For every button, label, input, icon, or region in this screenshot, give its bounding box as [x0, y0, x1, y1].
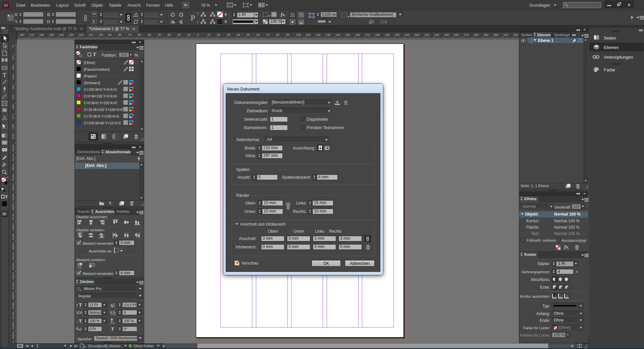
- svg-text:0: 0: [12, 326, 14, 330]
- svg-text:160: 160: [39, 33, 44, 37]
- svg-text:0: 0: [12, 97, 14, 100]
- svg-text:0: 0: [12, 178, 14, 181]
- svg-text:70: 70: [128, 33, 131, 37]
- svg-text:T: T: [110, 318, 113, 323]
- svg-text:90: 90: [108, 33, 112, 37]
- svg-text:260: 260: [454, 33, 459, 37]
- svg-text:120: 120: [79, 33, 84, 37]
- svg-text:0: 0: [12, 267, 14, 270]
- svg-text:0: 0: [12, 218, 14, 221]
- svg-text:110: 110: [89, 33, 93, 37]
- svg-text:170: 170: [365, 33, 370, 37]
- svg-text:40: 40: [237, 33, 240, 37]
- svg-text:0: 0: [12, 227, 14, 231]
- svg-text:70: 70: [266, 33, 270, 37]
- svg-text:T: T: [79, 302, 82, 308]
- svg-text:t: t: [76, 303, 78, 308]
- svg-text:10: 10: [207, 33, 211, 37]
- svg-text:0: 0: [12, 45, 14, 48]
- svg-text:220: 220: [415, 33, 419, 37]
- svg-text:120: 120: [316, 33, 320, 37]
- svg-text:0: 0: [12, 198, 14, 201]
- svg-text:T: T: [79, 318, 82, 324]
- svg-text:230: 230: [424, 33, 429, 37]
- svg-text:60: 60: [257, 33, 260, 37]
- svg-text:0: 0: [12, 188, 14, 191]
- svg-text:↕: ↕: [76, 320, 78, 324]
- svg-text:30: 30: [227, 33, 230, 37]
- svg-text:90: 90: [286, 33, 289, 37]
- svg-text:180: 180: [375, 33, 380, 37]
- svg-text:V: V: [76, 310, 79, 315]
- svg-text:0: 0: [12, 77, 14, 80]
- svg-text:140: 140: [59, 33, 64, 37]
- svg-text:0: 0: [12, 86, 14, 90]
- svg-text:240: 240: [434, 33, 439, 37]
- svg-text:80: 80: [118, 33, 121, 37]
- svg-text:20: 20: [177, 33, 181, 37]
- svg-text:0: 0: [12, 116, 14, 120]
- svg-text:300: 300: [494, 33, 498, 37]
- svg-text:310: 310: [503, 33, 508, 37]
- svg-text:100: 100: [99, 33, 103, 37]
- svg-text:0: 0: [12, 57, 14, 60]
- svg-text:0: 0: [12, 136, 14, 139]
- svg-text:0: 0: [12, 336, 14, 339]
- svg-text:250: 250: [444, 33, 449, 37]
- svg-text:T: T: [111, 327, 114, 332]
- svg-text:a: a: [79, 328, 80, 331]
- svg-text:A: A: [80, 310, 83, 315]
- svg-text:30: 30: [168, 33, 171, 37]
- svg-text:190: 190: [385, 33, 390, 37]
- svg-text:0: 0: [12, 158, 14, 162]
- svg-text:150: 150: [49, 33, 54, 37]
- svg-text:0: 0: [197, 33, 199, 37]
- svg-text:210: 210: [405, 33, 410, 37]
- svg-text:0: 0: [12, 306, 14, 310]
- svg-text:0: 0: [12, 106, 14, 110]
- svg-text:320: 320: [513, 33, 518, 37]
- svg-text:200: 200: [395, 33, 399, 37]
- svg-text:290: 290: [484, 33, 488, 37]
- svg-text:0: 0: [12, 67, 14, 70]
- svg-text:140: 140: [335, 33, 340, 37]
- svg-text:10: 10: [187, 33, 191, 37]
- svg-text:0: 0: [12, 126, 14, 129]
- svg-text:0: 0: [12, 247, 14, 250]
- svg-text:T: T: [3, 72, 6, 78]
- svg-text:0: 0: [12, 257, 14, 260]
- svg-text:50: 50: [247, 33, 250, 37]
- svg-text:170: 170: [29, 33, 34, 37]
- svg-text:0: 0: [12, 296, 14, 300]
- svg-text:A: A: [113, 310, 115, 315]
- svg-text:0: 0: [12, 237, 14, 241]
- svg-text:0: 0: [12, 168, 14, 171]
- svg-text:150: 150: [345, 33, 350, 37]
- svg-text:0: 0: [12, 149, 14, 152]
- svg-text:280: 280: [474, 33, 479, 37]
- svg-text:A: A: [76, 327, 79, 331]
- svg-text:60: 60: [138, 33, 141, 37]
- svg-text:0: 0: [12, 208, 14, 211]
- svg-text:V: V: [110, 310, 112, 315]
- svg-text:100: 100: [296, 33, 301, 37]
- svg-text:20: 20: [217, 33, 220, 37]
- svg-text:160: 160: [355, 33, 360, 37]
- svg-text:0: 0: [12, 287, 14, 290]
- svg-text:0: 0: [12, 277, 14, 280]
- svg-text:110: 110: [306, 33, 311, 37]
- svg-text:180: 180: [19, 33, 24, 37]
- svg-text:80: 80: [276, 33, 280, 37]
- svg-text:130: 130: [69, 33, 73, 37]
- svg-text:50: 50: [148, 33, 151, 37]
- svg-text:0: 0: [12, 316, 14, 319]
- svg-text:A: A: [113, 305, 115, 308]
- svg-text:40: 40: [158, 33, 161, 37]
- svg-text:130: 130: [326, 33, 330, 37]
- svg-text:270: 270: [464, 33, 469, 37]
